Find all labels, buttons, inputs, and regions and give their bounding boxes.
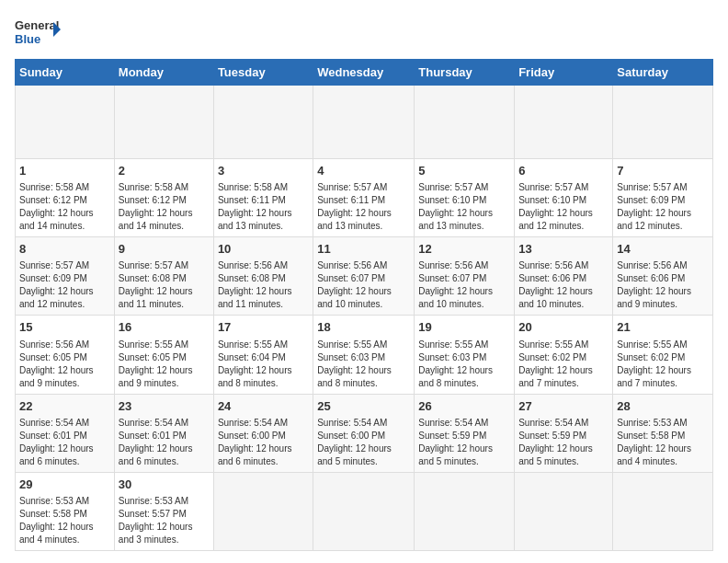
calendar-week-row: 8Sunrise: 5:57 AMSunset: 6:09 PMDaylight… (16, 237, 713, 316)
calendar-header-row: SundayMondayTuesdayWednesdayThursdayFrid… (16, 60, 713, 86)
daylight-text: Daylight: 12 hoursand 8 minutes. (218, 365, 292, 388)
sunrise-text: Sunrise: 5:56 AM (617, 260, 687, 270)
calendar-cell (415, 472, 515, 550)
col-header-wednesday: Wednesday (313, 60, 415, 86)
sunset-text: Sunset: 6:04 PM (218, 352, 286, 362)
sunset-text: Sunset: 6:02 PM (518, 352, 586, 362)
calendar-cell: 25Sunrise: 5:54 AMSunset: 6:00 PMDayligh… (313, 394, 415, 472)
calendar-week-row: 22Sunrise: 5:54 AMSunset: 6:01 PMDayligh… (16, 394, 713, 472)
sunset-text: Sunset: 6:06 PM (518, 273, 586, 283)
day-number: 30 (119, 477, 210, 493)
day-number: 9 (119, 241, 210, 258)
daylight-text: Daylight: 12 hoursand 9 minutes. (617, 286, 691, 309)
calendar-cell: 6Sunrise: 5:57 AMSunset: 6:10 PMDaylight… (515, 159, 613, 237)
daylight-text: Daylight: 12 hoursand 10 minutes. (317, 286, 392, 309)
calendar-cell: 24Sunrise: 5:54 AMSunset: 6:00 PMDayligh… (213, 394, 313, 472)
calendar-cell: 22Sunrise: 5:54 AMSunset: 6:01 PMDayligh… (16, 394, 115, 472)
daylight-text: Daylight: 12 hoursand 11 minutes. (218, 286, 292, 309)
day-number: 1 (19, 163, 110, 179)
calendar-cell (114, 86, 213, 159)
calendar-cell: 20Sunrise: 5:55 AMSunset: 6:02 PMDayligh… (515, 316, 613, 394)
sunrise-text: Sunrise: 5:54 AM (317, 418, 387, 428)
logo: General Blue (15, 15, 61, 50)
sunset-text: Sunset: 6:03 PM (317, 352, 385, 362)
svg-text:Blue: Blue (15, 32, 40, 46)
sunset-text: Sunset: 6:12 PM (119, 195, 187, 205)
daylight-text: Daylight: 12 hoursand 13 minutes. (418, 208, 493, 231)
header: General Blue (15, 15, 713, 50)
day-number: 28 (617, 398, 709, 415)
calendar-table: SundayMondayTuesdayWednesdayThursdayFrid… (15, 59, 713, 551)
day-number: 22 (19, 398, 110, 415)
sunset-text: Sunset: 6:11 PM (218, 195, 286, 205)
sunrise-text: Sunrise: 5:56 AM (19, 339, 89, 350)
sunset-text: Sunset: 6:08 PM (119, 273, 187, 283)
sunrise-text: Sunrise: 5:56 AM (317, 260, 387, 270)
sunrise-text: Sunrise: 5:57 AM (418, 182, 488, 192)
day-number: 25 (317, 398, 410, 415)
daylight-text: Daylight: 12 hoursand 9 minutes. (119, 365, 193, 388)
sunset-text: Sunset: 5:57 PM (119, 509, 187, 519)
sunset-text: Sunset: 6:09 PM (617, 195, 685, 205)
svg-text:General: General (15, 18, 59, 32)
daylight-text: Daylight: 12 hoursand 6 minutes. (119, 443, 193, 466)
day-number: 23 (119, 398, 210, 415)
sunset-text: Sunset: 6:08 PM (218, 273, 286, 283)
daylight-text: Daylight: 12 hoursand 14 minutes. (19, 208, 94, 231)
daylight-text: Daylight: 12 hoursand 10 minutes. (418, 286, 493, 309)
logo-svg: General Blue (15, 15, 61, 50)
day-number: 16 (119, 319, 210, 336)
calendar-cell: 27Sunrise: 5:54 AMSunset: 5:59 PMDayligh… (515, 394, 613, 472)
daylight-text: Daylight: 12 hoursand 4 minutes. (617, 443, 691, 466)
sunset-text: Sunset: 6:01 PM (119, 431, 187, 441)
calendar-week-row (16, 86, 713, 159)
daylight-text: Daylight: 12 hoursand 6 minutes. (19, 443, 94, 466)
col-header-thursday: Thursday (415, 60, 515, 86)
day-number: 18 (317, 319, 410, 336)
sunset-text: Sunset: 6:09 PM (19, 273, 87, 283)
calendar-cell: 8Sunrise: 5:57 AMSunset: 6:09 PMDaylight… (16, 237, 115, 316)
calendar-cell: 11Sunrise: 5:56 AMSunset: 6:07 PMDayligh… (313, 237, 415, 316)
sunrise-text: Sunrise: 5:54 AM (518, 418, 588, 428)
day-number: 6 (518, 163, 609, 179)
sunrise-text: Sunrise: 5:56 AM (518, 260, 588, 270)
calendar-cell: 29Sunrise: 5:53 AMSunset: 5:58 PMDayligh… (16, 472, 115, 550)
day-number: 20 (518, 319, 609, 336)
sunset-text: Sunset: 6:01 PM (19, 431, 87, 441)
sunrise-text: Sunrise: 5:56 AM (418, 260, 488, 270)
calendar-cell: 7Sunrise: 5:57 AMSunset: 6:09 PMDaylight… (613, 159, 713, 237)
day-number: 19 (418, 319, 510, 336)
calendar-cell (613, 472, 713, 550)
day-number: 24 (218, 398, 309, 415)
calendar-cell: 23Sunrise: 5:54 AMSunset: 6:01 PMDayligh… (114, 394, 213, 472)
daylight-text: Daylight: 12 hoursand 5 minutes. (518, 443, 593, 466)
sunrise-text: Sunrise: 5:55 AM (617, 339, 687, 350)
daylight-text: Daylight: 12 hoursand 5 minutes. (317, 443, 392, 466)
sunset-text: Sunset: 5:58 PM (617, 431, 685, 441)
sunrise-text: Sunrise: 5:54 AM (19, 418, 89, 428)
calendar-cell: 3Sunrise: 5:58 AMSunset: 6:11 PMDaylight… (213, 159, 313, 237)
calendar-cell (16, 86, 115, 159)
sunrise-text: Sunrise: 5:58 AM (19, 182, 89, 192)
daylight-text: Daylight: 12 hoursand 5 minutes. (418, 443, 493, 466)
sunrise-text: Sunrise: 5:57 AM (317, 182, 387, 192)
daylight-text: Daylight: 12 hoursand 7 minutes. (617, 365, 691, 388)
sunrise-text: Sunrise: 5:56 AM (218, 260, 288, 270)
daylight-text: Daylight: 12 hoursand 13 minutes. (317, 208, 392, 231)
daylight-text: Daylight: 12 hoursand 9 minutes. (19, 365, 94, 388)
day-number: 7 (617, 163, 709, 179)
daylight-text: Daylight: 12 hoursand 3 minutes. (119, 522, 193, 545)
calendar-cell: 17Sunrise: 5:55 AMSunset: 6:04 PMDayligh… (213, 316, 313, 394)
calendar-cell: 12Sunrise: 5:56 AMSunset: 6:07 PMDayligh… (415, 237, 515, 316)
calendar-cell (515, 472, 613, 550)
col-header-saturday: Saturday (613, 60, 713, 86)
day-number: 12 (418, 241, 510, 258)
sunset-text: Sunset: 6:05 PM (19, 352, 87, 362)
calendar-week-row: 1Sunrise: 5:58 AMSunset: 6:12 PMDaylight… (16, 159, 713, 237)
calendar-cell: 5Sunrise: 5:57 AMSunset: 6:10 PMDaylight… (415, 159, 515, 237)
calendar-cell (213, 86, 313, 159)
daylight-text: Daylight: 12 hoursand 10 minutes. (518, 286, 593, 309)
calendar-cell (213, 472, 313, 550)
sunrise-text: Sunrise: 5:54 AM (418, 418, 488, 428)
sunset-text: Sunset: 5:59 PM (418, 431, 486, 441)
